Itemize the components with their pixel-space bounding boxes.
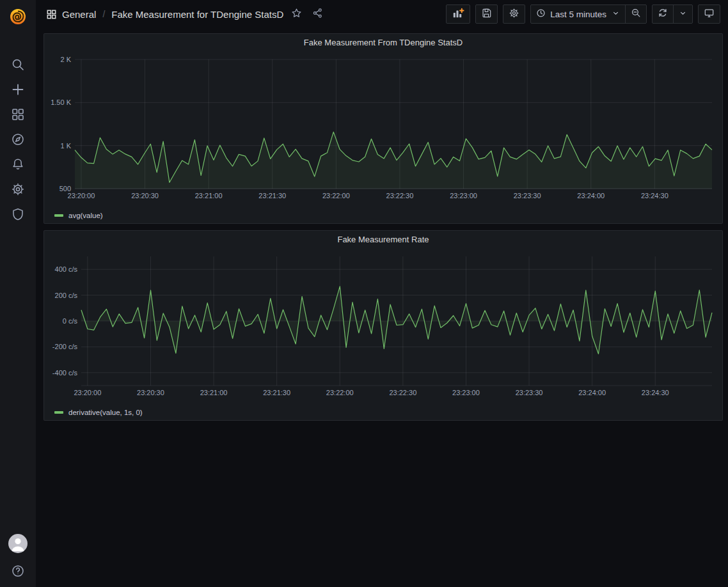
sidebar-item-alerting[interactable] [5,157,31,171]
share-icon [312,8,323,20]
share-dashboard-button[interactable] [310,5,326,23]
save-dashboard-button[interactable] [475,4,498,24]
plus-icon [11,82,25,97]
panel-header[interactable]: Fake Measurement From TDengine StatsD [44,34,722,51]
timeseries-chart[interactable]: 23:20:0023:20:3023:21:0023:21:3023:22:00… [44,247,722,405]
sidebar-item-help[interactable] [5,564,31,578]
svg-text:23:22:30: 23:22:30 [386,192,414,200]
refresh-button[interactable] [653,5,673,23]
legend-item[interactable]: derivative(value, 1s, 0) [44,405,722,420]
svg-text:23:21:30: 23:21:30 [258,192,286,200]
svg-text:23:20:00: 23:20:00 [74,389,101,396]
dashboard-canvas: Fake Measurement From TDengine StatsD 23… [36,28,728,587]
svg-text:-400 c/s: -400 c/s [52,369,78,377]
time-picker-group: Last 5 minutes [530,4,647,24]
time-range-label: Last 5 minutes [550,10,606,19]
svg-text:23:22:00: 23:22:00 [326,389,354,396]
legend-item[interactable]: avg(value) [44,208,722,223]
svg-text:400 c/s: 400 c/s [55,265,78,273]
time-zoom-out-button[interactable] [625,5,646,23]
chevron-down-icon [679,8,687,20]
sidebar-item-configuration[interactable] [5,182,31,196]
gear-icon [509,8,519,20]
panel-fake-measurement-rate: Fake Measurement Rate 23:20:0023:20:3023… [44,230,723,421]
svg-text:0 c/s: 0 c/s [63,317,78,325]
chevron-down-icon [612,8,620,20]
breadcrumb-folder[interactable]: General [62,9,96,20]
refresh-interval-dropdown[interactable] [673,5,692,23]
series-color-swatch [54,214,63,217]
compass-icon [11,132,25,146]
svg-text:23:23:30: 23:23:30 [514,192,541,200]
save-icon [481,8,492,20]
clock-icon [536,8,546,20]
svg-text:23:23:00: 23:23:00 [450,192,477,200]
svg-text:-200 c/s: -200 c/s [52,343,78,350]
search-icon [11,58,25,72]
series-label: derivative(value, 1s, 0) [68,409,143,416]
svg-text:23:21:30: 23:21:30 [263,389,290,396]
svg-text:23:24:00: 23:24:00 [577,192,605,200]
apps-grid-icon [11,107,25,121]
svg-text:23:22:30: 23:22:30 [389,389,416,396]
svg-text:23:23:30: 23:23:30 [516,389,543,396]
svg-text:23:20:30: 23:20:30 [131,192,159,200]
svg-text:500: 500 [59,185,71,192]
panel-title: Fake Measurement Rate [337,235,429,244]
svg-text:23:21:00: 23:21:00 [200,389,228,396]
sidebar [0,0,36,587]
panel-header[interactable]: Fake Measurement Rate [44,231,722,247]
sidebar-menu [5,58,31,221]
time-range-picker[interactable]: Last 5 minutes [531,5,625,23]
star-icon [291,8,302,20]
sidebar-item-explore[interactable] [5,132,31,146]
refresh-icon [658,8,668,20]
kiosk-mode-button[interactable] [698,4,720,24]
svg-text:23:24:00: 23:24:00 [578,389,606,396]
main-area: General / Fake Measurement for TDengine … [36,0,728,587]
dashboard-toolbar: Last 5 minutes [446,4,720,24]
sidebar-item-search[interactable] [5,58,31,72]
star-dashboard-button[interactable] [289,5,305,23]
top-navbar: General / Fake Measurement for TDengine … [36,0,728,28]
help-circle-icon [11,564,25,578]
dashboard-settings-button[interactable] [503,4,525,24]
gear-icon [11,182,25,196]
grafana-logo[interactable] [5,4,31,29]
panel-title: Fake Measurement From TDengine StatsD [304,38,463,47]
sidebar-item-server-admin[interactable] [5,207,31,221]
svg-text:200 c/s: 200 c/s [55,292,78,299]
svg-text:23:20:30: 23:20:30 [137,389,164,396]
user-avatar[interactable] [8,534,28,553]
add-panel-icon [452,8,464,21]
svg-text:23:24:30: 23:24:30 [642,389,669,396]
refresh-group [652,4,693,24]
dashboard-title[interactable]: Fake Measurement for TDengine StatsD [111,9,283,20]
sidebar-item-create[interactable] [5,82,31,97]
timeseries-chart[interactable]: 23:20:0023:20:3023:21:0023:21:3023:22:00… [44,51,722,208]
sidebar-item-dashboards[interactable] [5,107,31,121]
svg-text:23:20:00: 23:20:00 [68,192,95,200]
panel-fake-measurement: Fake Measurement From TDengine StatsD 23… [44,33,723,224]
search-minus-icon [631,8,641,20]
svg-text:23:23:00: 23:23:00 [452,389,480,396]
series-label: avg(value) [68,212,103,219]
svg-text:2 K: 2 K [60,56,71,63]
breadcrumb-separator: / [101,9,106,19]
svg-text:1 K: 1 K [60,142,71,150]
svg-text:23:21:00: 23:21:00 [195,192,223,200]
svg-text:23:24:30: 23:24:30 [641,192,669,200]
monitor-icon [704,8,715,20]
svg-text:23:22:00: 23:22:00 [322,192,350,200]
dashboards-grid-icon [46,9,57,20]
series-color-swatch [54,411,63,414]
sidebar-bottom [5,534,31,578]
shield-icon [11,207,25,221]
bell-icon [11,157,25,171]
add-panel-button[interactable] [446,4,470,24]
svg-text:1.50 K: 1.50 K [51,98,71,106]
